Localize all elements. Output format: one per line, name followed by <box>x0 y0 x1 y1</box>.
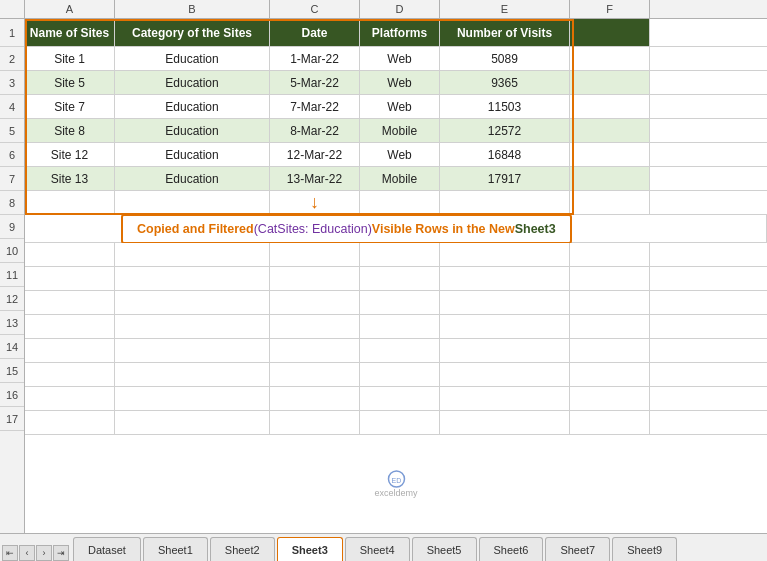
cell-d2[interactable]: Web <box>360 47 440 70</box>
row-num-6: 6 <box>0 143 24 167</box>
cell-d5[interactable]: Mobile <box>360 119 440 142</box>
cell-a2[interactable]: Site 1 <box>25 47 115 70</box>
tab-nav-last[interactable]: ⇥ <box>53 545 69 561</box>
row-num-10: 10 <box>0 239 24 263</box>
tabs-bar: ⇤ ‹ › ⇥ Dataset Sheet1 Sheet2 Sheet3 She… <box>0 533 767 561</box>
cell-f3 <box>570 71 650 94</box>
table-row: Site 1 Education 1-Mar-22 Web 5089 <box>25 47 767 71</box>
cell-a3[interactable]: Site 5 <box>25 71 115 94</box>
tab-sheet6[interactable]: Sheet6 <box>479 537 544 561</box>
tab-sheet1[interactable]: Sheet1 <box>143 537 208 561</box>
tab-sheet9[interactable]: Sheet9 <box>612 537 677 561</box>
cell-d6[interactable]: Web <box>360 143 440 166</box>
cell-d8 <box>360 191 440 214</box>
row-num-8: 8 <box>0 191 24 215</box>
cell-c4[interactable]: 7-Mar-22 <box>270 95 360 118</box>
cell-c5[interactable]: 8-Mar-22 <box>270 119 360 142</box>
cell-a6[interactable]: Site 12 <box>25 143 115 166</box>
tab-sheet5[interactable]: Sheet5 <box>412 537 477 561</box>
cell-a7[interactable]: Site 13 <box>25 167 115 190</box>
tab-nav-prev[interactable]: ‹ <box>19 545 35 561</box>
annotation-catsites: (CatSites: Education) <box>254 222 372 236</box>
row-num-14: 14 <box>0 335 24 359</box>
row-num-7: 7 <box>0 167 24 191</box>
row-16 <box>25 387 767 411</box>
body-area: 1 2 3 4 5 6 7 8 9 10 11 12 13 14 15 16 1… <box>0 19 767 533</box>
tab-dataset[interactable]: Dataset <box>73 537 141 561</box>
row-9: Copied and Filtered (CatSites: Education… <box>25 215 767 243</box>
cell-e5[interactable]: 12572 <box>440 119 570 142</box>
col-header-a[interactable]: A <box>25 0 115 18</box>
row-num-3: 3 <box>0 71 24 95</box>
annotation-copied: Copied and Filtered <box>137 222 254 236</box>
row-num-4: 4 <box>0 95 24 119</box>
cell-c2[interactable]: 1-Mar-22 <box>270 47 360 70</box>
annotation-sheet: Sheet3 <box>515 222 556 236</box>
row-8: ↓ <box>25 191 767 215</box>
tab-sheet3[interactable]: Sheet3 <box>277 537 343 561</box>
cell-a5[interactable]: Site 8 <box>25 119 115 142</box>
cell-f8 <box>570 191 650 214</box>
cell-a8 <box>25 191 115 214</box>
cell-b4[interactable]: Education <box>115 95 270 118</box>
cell-f4 <box>570 95 650 118</box>
cell-a9 <box>25 215 115 242</box>
header-cell-e: Number of Visits <box>440 19 570 46</box>
cell-e6[interactable]: 16848 <box>440 143 570 166</box>
cell-e2[interactable]: 5089 <box>440 47 570 70</box>
row-num-13: 13 <box>0 311 24 335</box>
cell-c6[interactable]: 12-Mar-22 <box>270 143 360 166</box>
cell-a4[interactable]: Site 7 <box>25 95 115 118</box>
col-header-f[interactable]: F <box>570 0 650 18</box>
cell-b7[interactable]: Education <box>115 167 270 190</box>
cell-c7[interactable]: 13-Mar-22 <box>270 167 360 190</box>
cell-b2[interactable]: Education <box>115 47 270 70</box>
tab-sheet7[interactable]: Sheet7 <box>545 537 610 561</box>
row-13 <box>25 315 767 339</box>
row-11 <box>25 267 767 291</box>
tab-navigation: ⇤ ‹ › ⇥ <box>2 545 69 561</box>
cell-c3[interactable]: 5-Mar-22 <box>270 71 360 94</box>
cell-f7 <box>570 167 650 190</box>
watermark: ED exceldemy <box>374 470 417 498</box>
header-cell-d: Platforms <box>360 19 440 46</box>
tab-nav-next[interactable]: › <box>36 545 52 561</box>
col-header-c[interactable]: C <box>270 0 360 18</box>
cell-d7[interactable]: Mobile <box>360 167 440 190</box>
row-15 <box>25 363 767 387</box>
cell-d4[interactable]: Web <box>360 95 440 118</box>
cell-c8: ↓ <box>270 191 360 214</box>
cell-b5[interactable]: Education <box>115 119 270 142</box>
table-row: Site 13 Education 13-Mar-22 Mobile 17917 <box>25 167 767 191</box>
spreadsheet: A B C D E F 1 2 3 4 5 6 7 8 9 10 11 12 1… <box>0 0 767 561</box>
row-num-1: 1 <box>0 19 24 47</box>
cell-e4[interactable]: 11503 <box>440 95 570 118</box>
col-header-b[interactable]: B <box>115 0 270 18</box>
row-17 <box>25 411 767 435</box>
col-header-d[interactable]: D <box>360 0 440 18</box>
cell-d3[interactable]: Web <box>360 71 440 94</box>
tab-sheet2[interactable]: Sheet2 <box>210 537 275 561</box>
header-cell-c: Date <box>270 19 360 46</box>
header-cell-f <box>570 19 650 46</box>
row-num-16: 16 <box>0 383 24 407</box>
cell-b3[interactable]: Education <box>115 71 270 94</box>
row-num-5: 5 <box>0 119 24 143</box>
tab-nav-first[interactable]: ⇤ <box>2 545 18 561</box>
svg-text:ED: ED <box>391 477 401 484</box>
table-row: Site 5 Education 5-Mar-22 Web 9365 <box>25 71 767 95</box>
grid-area: Name of Sites Category of the Sites Date… <box>25 19 767 533</box>
cell-f6 <box>570 143 650 166</box>
cell-e3[interactable]: 9365 <box>440 71 570 94</box>
table-row: Site 8 Education 8-Mar-22 Mobile 12572 <box>25 119 767 143</box>
cell-e7[interactable]: 17917 <box>440 167 570 190</box>
header-cell-b: Category of the Sites <box>115 19 270 46</box>
col-header-e[interactable]: E <box>440 0 570 18</box>
cell-b8 <box>115 191 270 214</box>
corner-cell <box>0 0 25 18</box>
row-numbers: 1 2 3 4 5 6 7 8 9 10 11 12 13 14 15 16 1… <box>0 19 25 533</box>
tab-sheet4[interactable]: Sheet4 <box>345 537 410 561</box>
table-row: Site 12 Education 12-Mar-22 Web 16848 <box>25 143 767 167</box>
cell-b6[interactable]: Education <box>115 143 270 166</box>
row-num-2: 2 <box>0 47 24 71</box>
